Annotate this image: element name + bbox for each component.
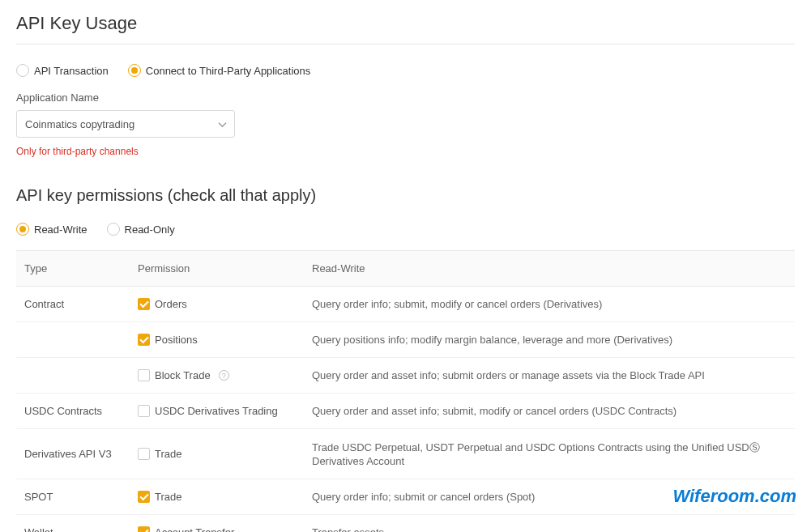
table-row: Derivatives API V3TradeTrade USDC Perpet…	[16, 429, 795, 479]
info-icon[interactable]: ?	[219, 370, 229, 381]
permission-checkbox[interactable]	[138, 405, 150, 417]
table-row: Block Trade?Query order and asset info; …	[16, 358, 795, 394]
description-cell: Transfer assets	[304, 515, 795, 533]
radio-icon	[16, 223, 29, 236]
th-type: Type	[16, 251, 130, 287]
permission-label: USDC Derivatives Trading	[155, 405, 278, 417]
permission-cell: USDC Derivatives Trading	[130, 394, 304, 429]
radio-label: API Transaction	[34, 65, 109, 77]
description-cell: Query order info; submit or cancel order…	[304, 479, 795, 515]
permission-label: Block Trade	[155, 369, 211, 381]
permission-cell: Trade	[130, 479, 304, 515]
permission-label: Account Transfer	[155, 526, 234, 532]
table-row: SPOTTradeQuery order info; submit or can…	[16, 479, 795, 515]
permission-checkbox[interactable]	[138, 448, 150, 460]
type-cell: Derivatives API V3	[16, 429, 130, 479]
description-cell: Query order and asset info; submit order…	[304, 358, 795, 394]
permissions-table: Type Permission Read-Write ContractOrder…	[16, 250, 795, 532]
permission-label: Positions	[155, 334, 198, 346]
permission-checkbox[interactable]	[138, 334, 150, 346]
permission-cell: Positions	[130, 322, 304, 358]
permission-cell: Trade	[130, 429, 304, 479]
app-name-value: Coinmatics copytrading	[25, 118, 134, 130]
table-row: ContractOrdersQuery order info; submit, …	[16, 287, 795, 322]
third-party-warning: Only for third-party channels	[16, 146, 795, 157]
table-row: USDC ContractsUSDC Derivatives TradingQu…	[16, 394, 795, 429]
page-title-usage: API Key Usage	[16, 13, 795, 34]
permission-cell: Account Transfer	[130, 515, 304, 533]
type-cell: Contract	[16, 287, 130, 322]
divider	[16, 44, 795, 45]
th-readwrite: Read-Write	[304, 251, 795, 287]
description-cell: Query order and asset info; submit, modi…	[304, 394, 795, 429]
permission-cell: Block Trade?	[130, 358, 304, 394]
description-cell: Trade USDC Perpetual, USDT Perpetual and…	[304, 429, 795, 479]
radio-api-transaction[interactable]: API Transaction	[16, 64, 109, 77]
radio-read-only[interactable]: Read-Only	[107, 223, 175, 236]
radio-label: Read-Write	[34, 223, 88, 236]
table-row: PositionsQuery positions info; modify ma…	[16, 322, 795, 358]
radio-read-write[interactable]: Read-Write	[16, 223, 88, 236]
radio-label: Read-Only	[125, 223, 175, 236]
permission-label: Trade	[155, 491, 181, 503]
page-title-permissions: API key permissions (check all that appl…	[16, 186, 795, 205]
access-mode-row: Read-Write Read-Only	[16, 223, 795, 236]
permission-checkbox[interactable]	[138, 491, 150, 503]
table-row: WalletAccount TransferTransfer assets	[16, 515, 795, 533]
app-name-label: Application Name	[16, 92, 795, 104]
permission-checkbox[interactable]	[138, 298, 150, 310]
usage-mode-row: API Transaction Connect to Third-Party A…	[16, 64, 795, 77]
radio-icon	[107, 223, 120, 236]
type-cell: SPOT	[16, 479, 130, 515]
type-cell	[16, 358, 130, 394]
radio-third-party[interactable]: Connect to Third-Party Applications	[128, 64, 311, 77]
radio-icon	[16, 64, 29, 77]
description-cell: Query order info; submit, modify or canc…	[304, 287, 795, 322]
permission-checkbox[interactable]	[138, 369, 150, 381]
description-cell: Query positions info; modify margin bala…	[304, 322, 795, 358]
permission-checkbox[interactable]	[138, 526, 150, 532]
permission-label: Trade	[155, 448, 181, 460]
radio-icon	[128, 64, 141, 77]
radio-label: Connect to Third-Party Applications	[146, 65, 311, 77]
permission-cell: Orders	[130, 287, 304, 322]
th-permission: Permission	[130, 251, 304, 287]
type-cell: USDC Contracts	[16, 394, 130, 429]
permission-label: Orders	[155, 298, 187, 310]
type-cell: Wallet	[16, 515, 130, 533]
type-cell	[16, 322, 130, 358]
app-name-select[interactable]: Coinmatics copytrading	[16, 110, 235, 138]
